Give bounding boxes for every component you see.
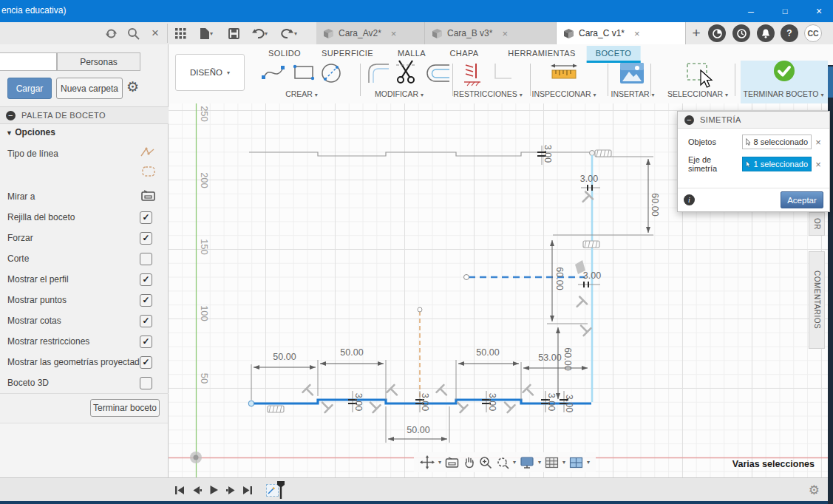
viewports-icon[interactable]: [569, 457, 583, 469]
fillet-tool-icon[interactable]: [367, 62, 390, 87]
checkbox-forzar[interactable]: ✓: [140, 232, 152, 245]
chevron-down-icon[interactable]: ▾: [438, 459, 441, 466]
dimension-label[interactable]: 3.00: [353, 393, 364, 411]
group-seleccionar[interactable]: SELECCIONAR ▾: [667, 89, 728, 98]
clear-selection-icon[interactable]: ×: [812, 159, 825, 170]
collapse-icon[interactable]: −: [6, 111, 16, 120]
look-at-icon[interactable]: [445, 457, 459, 469]
look-at-icon[interactable]: [141, 190, 155, 204]
corner-constraint-icon[interactable]: [492, 62, 513, 86]
new-tab-button[interactable]: +: [687, 25, 705, 41]
finish-sketch-icon[interactable]: [772, 59, 796, 86]
checkbox-geometrias[interactable]: ✓: [140, 356, 152, 369]
design-workspace-button[interactable]: DISEÑO▾: [175, 54, 245, 91]
dimension-label[interactable]: 3.00: [580, 174, 598, 184]
constraint-tool-icon[interactable]: [461, 62, 483, 90]
timeline-step-forward-button[interactable]: [223, 483, 238, 497]
timeline-step-back-button[interactable]: [189, 483, 204, 497]
redo-icon[interactable]: ▾: [276, 25, 302, 41]
panel-tab-data[interactable]: [0, 52, 57, 71]
sketch-point[interactable]: [464, 275, 469, 280]
checkbox-rejilla[interactable]: ✓: [140, 211, 152, 224]
options-header[interactable]: ▼ Opciones: [6, 127, 55, 137]
grid-settings-icon[interactable]: [545, 457, 559, 469]
measure-tool-icon[interactable]: [550, 62, 578, 86]
axis-selection-field[interactable]: 1 seleccionado: [742, 157, 812, 171]
dimension-label[interactable]: 50.00: [340, 347, 363, 358]
collapse-icon[interactable]: −: [684, 115, 694, 125]
minimize-button[interactable]: –: [734, 0, 768, 22]
tab-superficie[interactable]: SUPERFICIE: [322, 46, 373, 61]
group-insertar[interactable]: INSERTAR ▾: [611, 89, 654, 98]
chevron-down-icon[interactable]: ▾: [513, 459, 516, 466]
avatar[interactable]: CC: [804, 24, 822, 42]
group-modificar[interactable]: MODIFICAR ▾: [375, 89, 424, 98]
display-settings-icon[interactable]: [520, 456, 534, 469]
line-type-icon[interactable]: [140, 146, 155, 161]
accept-button[interactable]: Aceptar: [781, 191, 823, 208]
group-restricciones[interactable]: RESTRICCIONES ▾: [453, 89, 522, 98]
job-status-icon[interactable]: [732, 24, 750, 42]
group-terminar-boceto[interactable]: TERMINAR BOCETO ▾: [744, 89, 824, 98]
dimension-label[interactable]: 50.00: [476, 347, 499, 358]
construction-line-icon[interactable]: [142, 166, 155, 180]
sketch-palette-header[interactable]: − PALETA DE BOCETO: [0, 106, 169, 124]
notifications-bell-icon[interactable]: [757, 24, 775, 42]
timeline-go-start-button[interactable]: [172, 483, 187, 497]
dimension-label[interactable]: 50.00: [407, 425, 429, 435]
close-button[interactable]: ×: [802, 0, 833, 22]
timeline-play-button[interactable]: [206, 483, 221, 497]
panel-tab-personas[interactable]: Personas: [57, 52, 140, 71]
checkbox-boceto3d[interactable]: [140, 377, 152, 389]
refresh-icon[interactable]: [102, 25, 120, 41]
chevron-down-icon[interactable]: ▾: [538, 459, 541, 466]
dimension-label[interactable]: 53.00: [538, 353, 561, 363]
checkbox-puntos[interactable]: ✓: [140, 294, 152, 307]
scrollbar-thumb[interactable]: [828, 67, 833, 98]
dialog-header[interactable]: − SIMETRÍA: [678, 112, 829, 129]
pan-hand-icon[interactable]: [463, 456, 475, 469]
checkbox-cotas[interactable]: ✓: [140, 315, 152, 327]
maximize-button[interactable]: □: [768, 0, 802, 22]
dimension-label[interactable]: 60.00: [554, 267, 565, 290]
side-tab-comentarios[interactable]: COMENTARIOS: [809, 251, 825, 349]
dimension-label[interactable]: 3.00: [487, 393, 497, 411]
close-tab-icon[interactable]: ×: [502, 28, 508, 39]
checkbox-corte[interactable]: [140, 253, 152, 265]
clear-selection-icon[interactable]: ×: [812, 137, 825, 148]
search-icon[interactable]: [124, 25, 142, 41]
tab-chapa[interactable]: CHAPA: [449, 46, 478, 61]
upload-button[interactable]: Cargar: [7, 78, 52, 99]
checkbox-perfil[interactable]: ✓: [140, 273, 152, 286]
timeline-gear-icon[interactable]: ⚙: [809, 483, 820, 498]
dimension-label[interactable]: 3.00: [420, 393, 430, 411]
insert-image-icon[interactable]: [619, 62, 645, 87]
group-crear[interactable]: CREAR ▾: [285, 89, 318, 98]
close-tab-icon[interactable]: ×: [634, 28, 640, 39]
timeline-go-end-button[interactable]: [240, 483, 255, 497]
dimension-label[interactable]: 60.00: [562, 347, 573, 370]
objects-selection-field[interactable]: 8 seleccionado: [742, 134, 812, 149]
circle-tool-icon[interactable]: [320, 62, 342, 87]
tab-herramientas[interactable]: HERRAMIENTAS: [508, 46, 575, 61]
zoom-window-icon[interactable]: [496, 456, 509, 469]
finish-sketch-button[interactable]: Terminar boceto: [90, 399, 160, 417]
sketch-point[interactable]: [418, 307, 422, 312]
side-tab-partial[interactable]: OR: [809, 212, 825, 236]
offset-tool-icon[interactable]: [425, 62, 450, 87]
gear-icon[interactable]: ⚙: [126, 78, 139, 95]
chevron-down-icon[interactable]: ▾: [562, 459, 565, 466]
undo-icon[interactable]: ▾: [247, 25, 272, 41]
help-icon[interactable]: ?: [781, 24, 798, 42]
spline-tool-icon[interactable]: [261, 62, 286, 86]
timeline-position-marker[interactable]: [276, 481, 285, 503]
info-icon[interactable]: i: [684, 194, 695, 205]
new-folder-button[interactable]: Nueva carpeta: [56, 78, 123, 99]
trim-scissors-icon[interactable]: [395, 59, 417, 87]
group-inspeccionar[interactable]: INSPECCIONAR ▾: [532, 89, 596, 98]
tab-boceto[interactable]: BOCETO: [587, 46, 641, 63]
dimension-label[interactable]: 3.00: [583, 270, 601, 281]
extensions-icon[interactable]: [708, 24, 726, 42]
dimension-label[interactable]: 50.00: [273, 352, 296, 362]
app-grid-icon[interactable]: [171, 25, 189, 41]
